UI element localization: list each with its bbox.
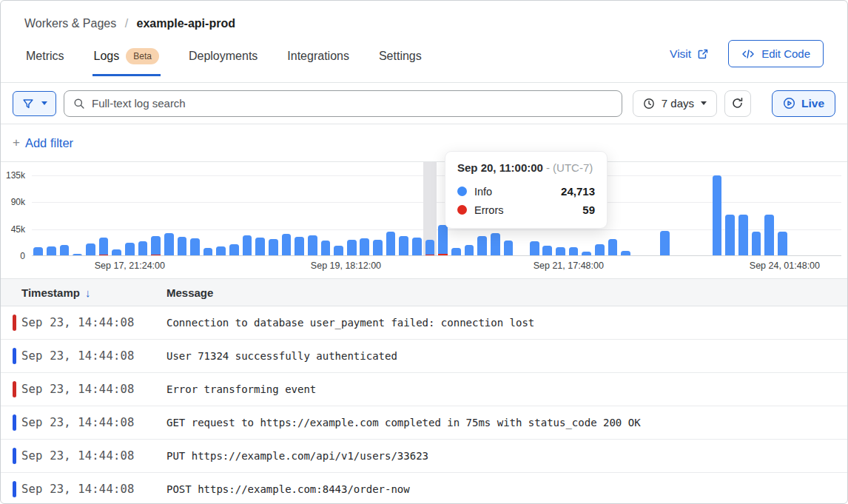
add-filter-button[interactable]: + Add filter	[13, 135, 73, 150]
chart-bar-slot[interactable]	[319, 175, 332, 256]
refresh-button[interactable]	[724, 90, 751, 117]
chart-bar-slot[interactable]	[254, 175, 267, 256]
chart-bar-slot[interactable]	[110, 175, 124, 256]
chart-bar-slot[interactable]	[384, 175, 397, 256]
chart-bar	[764, 215, 774, 256]
chart-bar-slot[interactable]	[423, 175, 437, 256]
chart-bar-slot[interactable]	[710, 175, 724, 256]
chart-bar-slot[interactable]	[411, 175, 424, 256]
page-header: Workers & Pages / example-api-prod Metri…	[1, 1, 847, 83]
visit-link[interactable]: Visit	[670, 47, 709, 61]
chart-bar-slot[interactable]	[84, 175, 98, 256]
log-row[interactable]: Sep 23, 14:44:08POST https://example.com…	[1, 473, 847, 504]
info-bar-segment	[360, 238, 369, 256]
chart-bar-slot	[671, 175, 684, 256]
info-bar-segment	[334, 246, 343, 257]
filter-dropdown-button[interactable]	[13, 91, 56, 116]
chart-bar-slot[interactable]	[97, 175, 110, 256]
log-row[interactable]: Sep 23, 14:44:08PUT https://example.com/…	[1, 440, 847, 473]
chart-bar-slot[interactable]	[149, 175, 163, 256]
info-bar-segment	[125, 243, 135, 256]
log-level-indicator-info	[13, 448, 16, 464]
chart-bar-slot[interactable]	[71, 175, 84, 256]
chart-bar-slot[interactable]	[32, 175, 45, 256]
live-label: Live	[801, 97, 824, 110]
breadcrumb: Workers & Pages / example-api-prod	[24, 16, 824, 32]
chart-bar-slot[interactable]	[606, 175, 619, 256]
chart-bar	[738, 215, 748, 256]
code-icon	[741, 48, 755, 60]
chart-bar-slot[interactable]	[240, 175, 254, 256]
search-input[interactable]	[92, 97, 613, 110]
chart-bar	[660, 231, 670, 256]
chart-bar-slot[interactable]	[358, 175, 371, 256]
chart-bar-slot[interactable]	[280, 175, 293, 256]
info-bar-segment	[386, 232, 396, 256]
chart-bar-slot[interactable]	[228, 175, 241, 256]
chart-bar-slot[interactable]	[397, 175, 411, 256]
chart-bar-slot[interactable]	[619, 175, 633, 256]
chart-bar-slot[interactable]	[123, 175, 136, 256]
info-bar-segment	[477, 236, 487, 257]
chart-bar-slot[interactable]	[45, 175, 58, 256]
tab-settings[interactable]: Settings	[377, 39, 423, 76]
chart-bar-slot[interactable]	[332, 175, 346, 256]
chart-bar-slot[interactable]	[215, 175, 228, 256]
info-bar-segment	[347, 240, 357, 256]
chart-bar	[360, 238, 369, 256]
log-row[interactable]: Sep 23, 14:44:08Connection to database u…	[1, 306, 847, 340]
chevron-down-icon	[41, 101, 47, 105]
chart-bar	[229, 244, 239, 256]
tab-logs[interactable]: LogsBeta	[92, 39, 161, 76]
chart-bar-slot	[645, 175, 659, 256]
info-bar-segment	[530, 241, 539, 256]
tab-integrations[interactable]: Integrations	[286, 39, 351, 76]
chart-bar	[321, 241, 331, 256]
log-row[interactable]: Sep 23, 14:44:08User 71324 successfully …	[1, 340, 847, 373]
chart-bar-slot[interactable]	[345, 175, 358, 256]
chart-bar-slot[interactable]	[267, 175, 280, 256]
timestamp-column-header[interactable]: Timestamp ↓	[21, 286, 166, 299]
play-circle-icon	[783, 97, 795, 110]
chart-x-axis: Sep 17, 21:24:00Sep 19, 18:12:00Sep 21, …	[32, 261, 841, 275]
tooltip-title: Sep 20, 11:00:00- (UTC-7)	[457, 161, 595, 174]
chart-bar-slot[interactable]	[659, 175, 672, 256]
tab-metrics[interactable]: Metrics	[24, 39, 66, 76]
chart-bar-slot[interactable]	[737, 175, 750, 256]
chart-bar-slot[interactable]	[371, 175, 385, 256]
chart-bar-slot[interactable]	[306, 175, 319, 256]
info-bar-segment	[465, 245, 474, 256]
chart-bar-slot[interactable]	[293, 175, 306, 256]
chart-bar-slot[interactable]	[724, 175, 737, 256]
chart-bar	[778, 232, 787, 256]
chart-bar-slot[interactable]	[136, 175, 149, 256]
chart-bar-slot[interactable]	[763, 175, 776, 256]
chart-bar-slot[interactable]	[58, 175, 71, 256]
live-button[interactable]: Live	[772, 90, 835, 117]
info-bar-segment	[321, 241, 331, 256]
log-row[interactable]: Sep 23, 14:44:08GET request to https://e…	[1, 406, 847, 440]
log-timestamp: Sep 23, 14:44:08	[21, 316, 166, 329]
sort-descending-icon[interactable]: ↓	[85, 286, 91, 299]
chart-bar-slot[interactable]	[750, 175, 763, 256]
edit-code-button[interactable]: Edit Code	[728, 40, 824, 67]
tooltip-series-value: 59	[582, 204, 595, 216]
log-message: PUT https://example.com/api/v1/users/336…	[166, 450, 428, 462]
log-message: User 71324 successfully authenticated	[166, 350, 397, 362]
add-filter-row: + Add filter	[1, 124, 847, 162]
chart-bar-slot[interactable]	[201, 175, 215, 256]
chart-bar-slot[interactable]	[175, 175, 189, 256]
log-row[interactable]: Sep 23, 14:44:08Error transforming event	[1, 373, 847, 406]
info-bar-segment	[164, 233, 174, 257]
chart-bar-slot[interactable]	[776, 175, 790, 256]
breadcrumb-workers-pages[interactable]: Workers & Pages	[24, 17, 116, 30]
tab-deployments[interactable]: Deployments	[187, 39, 259, 76]
log-table-body: Sep 23, 14:44:08Connection to database u…	[1, 306, 847, 504]
chart-bar	[164, 233, 174, 257]
chart-bar-slot[interactable]	[162, 175, 175, 256]
chart-bar-slot[interactable]	[189, 175, 202, 256]
x-tick-label: Sep 19, 18:12:00	[311, 261, 381, 271]
chart-bar-slot	[828, 175, 841, 256]
time-range-select[interactable]: 7 days	[633, 90, 717, 117]
search-icon	[73, 98, 85, 110]
